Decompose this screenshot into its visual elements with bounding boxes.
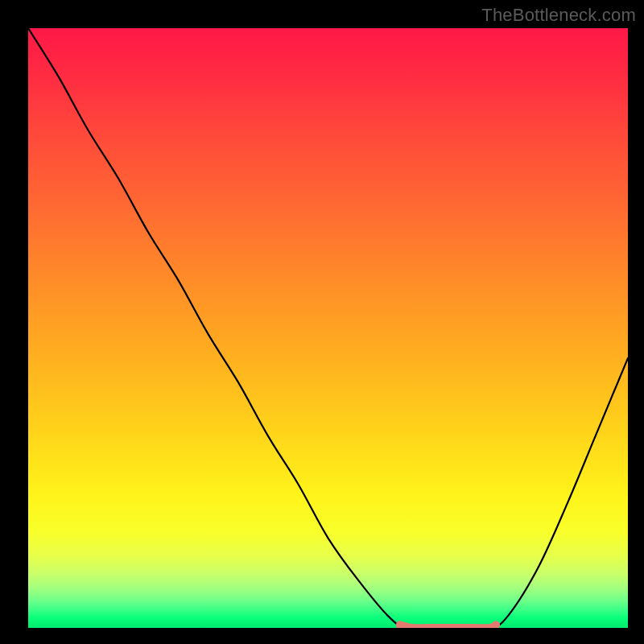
plot-area bbox=[28, 28, 628, 628]
curve-layer bbox=[28, 28, 628, 628]
bottleneck-curve bbox=[28, 28, 628, 628]
watermark-label: TheBottleneck.com bbox=[481, 5, 636, 26]
chart-frame: TheBottleneck.com bbox=[0, 0, 644, 644]
valley-highlight bbox=[400, 625, 496, 628]
